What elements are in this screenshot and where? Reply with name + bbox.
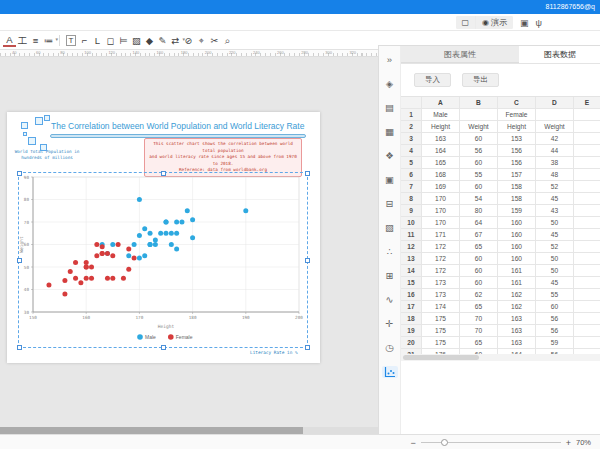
row-header[interactable]: 13 <box>401 253 422 265</box>
column-header[interactable]: A <box>422 97 460 109</box>
table-cell[interactable]: 158 <box>498 193 536 205</box>
table-cell[interactable]: 59 <box>536 337 574 349</box>
selection-handle[interactable] <box>305 345 310 350</box>
selection-handle[interactable] <box>161 171 166 176</box>
table-cell[interactable]: 165 <box>422 157 460 169</box>
table-cell[interactable] <box>574 157 600 169</box>
table-cell[interactable]: 56 <box>536 313 574 325</box>
table-cell[interactable]: Weight <box>460 121 498 133</box>
row-header[interactable]: 6 <box>401 169 422 181</box>
zoom-search-icon[interactable]: ⌕ <box>221 34 234 47</box>
org-structure-icon[interactable]: ∴ <box>382 246 398 258</box>
table-cell[interactable]: 56 <box>536 325 574 337</box>
collapse-panel-icon[interactable]: » <box>382 54 398 66</box>
column-header[interactable]: B <box>460 97 498 109</box>
table-cell[interactable]: 160 <box>498 217 536 229</box>
pen-icon[interactable]: ✎ <box>156 34 169 47</box>
table-cell[interactable]: 156 <box>498 145 536 157</box>
selection-handle[interactable] <box>17 345 22 350</box>
table-cell[interactable] <box>536 109 574 121</box>
row-header[interactable]: 10 <box>401 217 422 229</box>
chart-data-icon[interactable] <box>382 366 398 378</box>
table-cell[interactable]: 60 <box>460 133 498 145</box>
decor-square-shape[interactable] <box>23 132 27 136</box>
table-cell[interactable] <box>574 337 600 349</box>
scrollbar-thumb[interactable] <box>403 355 479 360</box>
row-header[interactable]: 12 <box>401 241 422 253</box>
table-cell[interactable]: 50 <box>536 265 574 277</box>
table-cell[interactable]: 161 <box>498 265 536 277</box>
table-cell[interactable]: 67 <box>460 229 498 241</box>
table-cell[interactable]: 157 <box>498 169 536 181</box>
layers-icon[interactable]: ❖ <box>382 150 398 162</box>
selection-handle[interactable] <box>305 258 310 263</box>
table-cell[interactable]: Female <box>498 109 536 121</box>
row-header[interactable]: 1 <box>401 109 422 121</box>
table-cell[interactable]: 60 <box>460 265 498 277</box>
table-cell[interactable]: 159 <box>498 205 536 217</box>
table-cell[interactable]: 48 <box>536 169 574 181</box>
table-cell[interactable]: 52 <box>536 181 574 193</box>
font-color-icon[interactable]: A <box>3 34 16 47</box>
table-cell[interactable]: 160 <box>498 229 536 241</box>
table-cell[interactable]: Height <box>422 121 460 133</box>
crop-icon[interactable]: ▨ <box>130 34 143 47</box>
table-cell[interactable]: 60 <box>536 301 574 313</box>
table-cell[interactable] <box>460 109 498 121</box>
document-page[interactable]: The Correlation between World Population… <box>7 112 320 363</box>
table-cell[interactable]: 55 <box>460 169 498 181</box>
row-header[interactable]: 15 <box>401 277 422 289</box>
table-cell[interactable]: 173 <box>422 277 460 289</box>
export-button[interactable]: 导出 <box>462 73 499 87</box>
arrow-style-icon[interactable]: ⇄▾ <box>169 34 182 47</box>
fill-color-icon[interactable]: ◆ <box>143 34 156 47</box>
selection-handle[interactable] <box>17 258 22 263</box>
table-cell[interactable]: 175 <box>422 313 460 325</box>
decor-square-shape[interactable] <box>28 137 36 145</box>
table-cell[interactable]: 52 <box>536 241 574 253</box>
column-header[interactable]: E <box>574 97 600 109</box>
account-email[interactable]: 8112867656@q <box>546 3 595 10</box>
table-cell[interactable]: Male <box>422 109 460 121</box>
table-cell[interactable] <box>574 301 600 313</box>
drawing-canvas[interactable]: The Correlation between World Population… <box>0 57 378 427</box>
row-header[interactable]: 8 <box>401 193 422 205</box>
table-cell[interactable]: 163 <box>498 313 536 325</box>
selection-handle[interactable] <box>161 345 166 350</box>
table-cell[interactable]: 60 <box>460 253 498 265</box>
table-cell[interactable]: 170 <box>422 205 460 217</box>
fullscreen-icon[interactable]: ✛ <box>382 318 398 330</box>
table-cell[interactable]: 170 <box>422 193 460 205</box>
table-horizontal-scrollbar[interactable] <box>401 354 600 361</box>
table-cell[interactable] <box>574 181 600 193</box>
table-cell[interactable]: 164 <box>422 145 460 157</box>
table-cell[interactable]: 172 <box>422 241 460 253</box>
row-header[interactable]: 4 <box>401 145 422 157</box>
canvas-horizontal-scrollbar[interactable] <box>0 427 378 434</box>
diagram-title-text[interactable]: The Correlation between World Population… <box>51 121 304 131</box>
table-cell[interactable]: 158 <box>498 181 536 193</box>
table-cell[interactable]: 162 <box>498 301 536 313</box>
image-icon[interactable]: ▧ <box>382 222 398 234</box>
y-axis-note-text[interactable]: World Total Population in hundreds of mi… <box>5 149 89 161</box>
table-cell[interactable]: 171 <box>422 229 460 241</box>
table-cell[interactable]: 65 <box>460 301 498 313</box>
table-cell[interactable] <box>574 145 600 157</box>
table-cell[interactable]: Height <box>498 121 536 133</box>
row-header[interactable]: 18 <box>401 313 422 325</box>
table-cell[interactable]: 55 <box>536 289 574 301</box>
table-cell[interactable]: 163 <box>422 133 460 145</box>
mic-icon[interactable]: ψ <box>536 18 542 28</box>
zoom-in-button[interactable]: + <box>566 438 571 448</box>
text-effect-icon[interactable]: 工 <box>16 34 29 47</box>
table-cell[interactable]: 160 <box>498 241 536 253</box>
table-cell[interactable]: 56 <box>460 145 498 157</box>
table-cell[interactable]: 153 <box>498 133 536 145</box>
selection-handle[interactable] <box>17 171 22 176</box>
tab-chart-data[interactable]: 图表数据 <box>519 46 600 63</box>
decor-square-shape[interactable] <box>21 122 28 129</box>
table-cell[interactable]: 45 <box>536 229 574 241</box>
row-header[interactable]: 11 <box>401 229 422 241</box>
table-cell[interactable]: 175 <box>422 325 460 337</box>
shape-icon[interactable]: ◻ <box>104 34 117 47</box>
